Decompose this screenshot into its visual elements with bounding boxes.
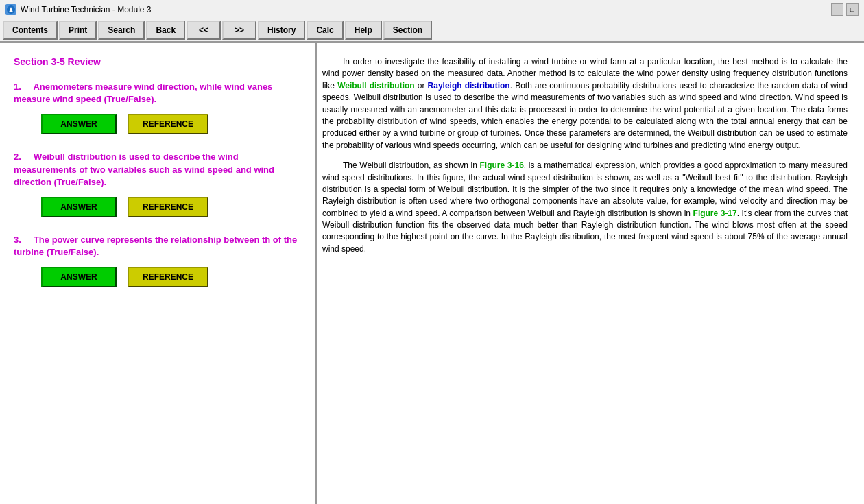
question-2-reference-button[interactable]: REFERENCE: [128, 197, 208, 217]
figure-317-link[interactable]: Figure 3-17: [693, 208, 737, 218]
question-1-buttons: ANSWER REFERENCE: [41, 114, 302, 134]
title-bar: Wind Turbine Technician - Module 3 — □: [0, 0, 864, 19]
right-p1-or: or: [415, 81, 428, 91]
question-3-answer-button[interactable]: ANSWER: [41, 267, 117, 287]
right-p1-cont: . Both are continuous probability distri…: [322, 81, 848, 150]
rayleigh-distribution-link[interactable]: Rayleigh distribution: [428, 81, 510, 91]
question-2-text: 2. Weibull distribution is used to descr…: [14, 151, 302, 189]
right-p2-intro: The Weibull distribution, as shown in: [343, 160, 480, 170]
question-1-number: 1.: [14, 82, 21, 92]
question-1-answer-button[interactable]: ANSWER: [41, 114, 117, 134]
prev-button[interactable]: <<: [187, 21, 221, 40]
question-2-answer-button[interactable]: ANSWER: [41, 197, 117, 217]
question-1-reference-button[interactable]: REFERENCE: [128, 114, 208, 134]
section-button[interactable]: Section: [383, 21, 432, 40]
question-3-text: 3. The power curve represents the relati…: [14, 234, 302, 259]
title-bar-title: Wind Turbine Technician - Module 3: [21, 5, 152, 14]
contents-button[interactable]: Contents: [3, 21, 58, 40]
question-3-reference-button[interactable]: REFERENCE: [128, 267, 208, 287]
figure-316-link[interactable]: Figure 3-16: [480, 160, 524, 170]
main-content: Section 3-5 Review 1. Anemometers measur…: [0, 43, 864, 504]
weibull-distribution-link[interactable]: Weibull distribution: [337, 81, 415, 91]
question-1: 1. Anemometers measure wind direction, w…: [14, 81, 302, 134]
question-1-body: Anemometers measure wind direction, whil…: [14, 82, 272, 104]
question-2: 2. Weibull distribution is used to descr…: [14, 151, 302, 217]
back-button[interactable]: Back: [146, 21, 185, 40]
next-button[interactable]: >>: [222, 21, 256, 40]
calc-button[interactable]: Calc: [307, 21, 343, 40]
section-title: Section 3-5 Review: [14, 56, 302, 67]
question-3-body: The power curve represents the relations…: [14, 235, 297, 257]
question-1-text: 1. Anemometers measure wind direction, w…: [14, 81, 302, 106]
window-controls: — □: [831, 3, 859, 16]
question-2-body: Weibull distribution is used to describe…: [14, 152, 274, 187]
app-icon: [5, 4, 16, 15]
maximize-button[interactable]: □: [846, 3, 859, 16]
question-3: 3. The power curve represents the relati…: [14, 234, 302, 287]
print-button[interactable]: Print: [59, 21, 97, 40]
right-paragraph-2: The Weibull distribution, as shown in Fi…: [322, 160, 848, 255]
search-button[interactable]: Search: [98, 21, 145, 40]
question-3-buttons: ANSWER REFERENCE: [41, 267, 302, 287]
question-2-buttons: ANSWER REFERENCE: [41, 197, 302, 217]
right-paragraph-1: In order to investigate the feasibility …: [322, 56, 848, 152]
minimize-button[interactable]: —: [831, 3, 843, 16]
question-3-number: 3.: [14, 235, 21, 245]
toolbar: Contents Print Search Back << >> History…: [0, 19, 864, 43]
question-2-number: 2.: [14, 152, 21, 162]
help-button[interactable]: Help: [345, 21, 382, 40]
right-panel: In order to investigate the feasibility …: [317, 43, 864, 504]
title-bar-left: Wind Turbine Technician - Module 3: [5, 4, 152, 15]
history-button[interactable]: History: [258, 21, 305, 40]
left-panel: Section 3-5 Review 1. Anemometers measur…: [0, 43, 315, 504]
